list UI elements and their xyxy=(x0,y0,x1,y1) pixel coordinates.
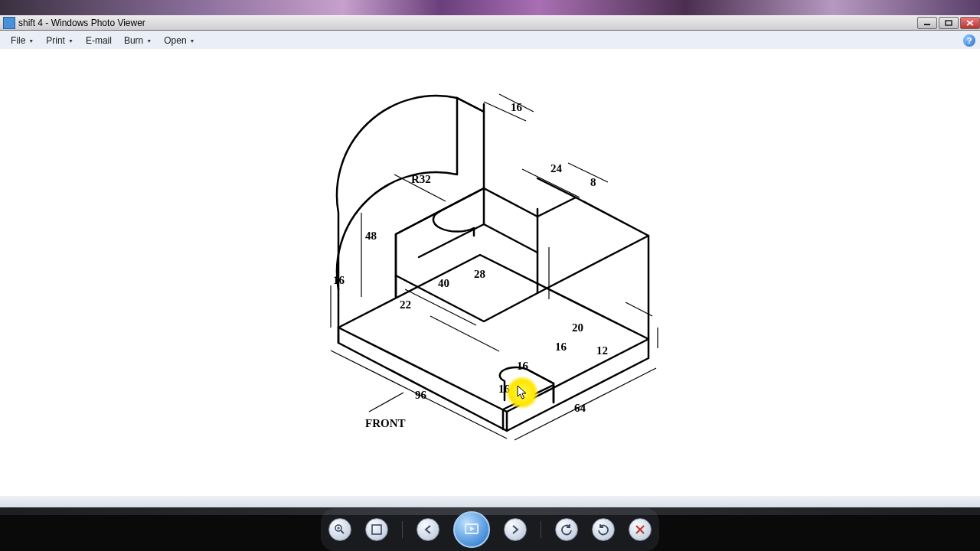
svg-line-9 xyxy=(457,98,484,112)
svg-line-17 xyxy=(537,178,576,197)
viewer-footer-strip xyxy=(0,496,980,507)
menu-print[interactable]: Print▼ xyxy=(40,33,80,48)
menu-bar: File▼ Print▼ E-mail Burn▼ Open▼ ? xyxy=(0,31,980,51)
chevron-down-icon: ▼ xyxy=(190,38,195,44)
svg-line-13 xyxy=(484,224,537,253)
bottom-region xyxy=(0,496,980,551)
background-desktop-strip xyxy=(0,0,980,15)
close-button[interactable] xyxy=(960,17,980,29)
menu-burn-label: Burn xyxy=(124,35,143,46)
minimize-button[interactable] xyxy=(917,17,937,29)
next-button[interactable] xyxy=(504,518,527,541)
letterbox-bar xyxy=(0,507,980,551)
minimize-icon xyxy=(923,20,931,26)
dim-64: 64 xyxy=(574,402,586,414)
svg-line-21 xyxy=(568,163,608,182)
previous-button[interactable] xyxy=(416,518,439,541)
image-viewport: 16 R32 24 8 48 16 40 28 22 20 16 16 12 1… xyxy=(0,49,980,496)
menu-email-label: E-mail xyxy=(86,35,112,46)
menu-file-label: File xyxy=(11,35,25,46)
chevron-down-icon: ▼ xyxy=(146,38,152,44)
viewer-toolbar xyxy=(321,508,659,551)
dim-12: 12 xyxy=(596,344,608,357)
arrow-left-icon xyxy=(423,524,433,535)
front-label: FRONT xyxy=(365,417,406,429)
play-icon xyxy=(463,521,480,538)
slideshow-button[interactable] xyxy=(453,511,490,548)
dim-8: 8 xyxy=(590,176,596,188)
maximize-button[interactable] xyxy=(939,17,959,29)
menu-email[interactable]: E-mail xyxy=(80,33,118,48)
maximize-icon xyxy=(945,20,952,26)
rotate-cw-icon xyxy=(597,523,609,536)
menu-open[interactable]: Open▼ xyxy=(158,33,201,48)
displayed-image: 16 R32 24 8 48 16 40 28 22 20 16 16 12 1… xyxy=(304,86,676,458)
rotate-ccw-button[interactable] xyxy=(555,518,578,541)
help-icon[interactable]: ? xyxy=(963,34,975,47)
window-titlebar: shift 4 - Windows Photo Viewer xyxy=(0,15,980,31)
rotate-cw-button[interactable] xyxy=(592,518,615,541)
svg-line-24 xyxy=(405,289,476,325)
dim-24: 24 xyxy=(550,162,563,174)
dim-22: 22 xyxy=(400,298,411,311)
arrow-right-icon xyxy=(510,524,521,535)
svg-line-25 xyxy=(430,316,499,351)
dim-16-slot-l: 16 xyxy=(517,360,529,372)
dim-16-left: 16 xyxy=(333,274,345,286)
delete-button[interactable] xyxy=(629,518,652,541)
menu-print-label: Print xyxy=(46,35,65,46)
chevron-down-icon: ▼ xyxy=(28,38,34,44)
dim-96: 96 xyxy=(415,389,427,401)
menu-burn[interactable]: Burn▼ xyxy=(118,33,158,48)
svg-rect-37 xyxy=(372,525,381,534)
dim-28: 28 xyxy=(474,268,485,280)
svg-line-34 xyxy=(341,530,344,533)
dim-48: 48 xyxy=(365,230,377,242)
dim-40: 40 xyxy=(438,277,449,289)
actual-size-button[interactable] xyxy=(365,518,388,541)
menu-file[interactable]: File▼ xyxy=(5,33,40,48)
window-title: shift 4 - Windows Photo Viewer xyxy=(18,18,145,28)
chevron-down-icon: ▼ xyxy=(68,38,74,44)
menu-open-label: Open xyxy=(164,35,186,46)
svg-line-32 xyxy=(369,393,403,412)
dim-16-top: 16 xyxy=(511,101,523,113)
fit-icon xyxy=(371,524,382,535)
delete-icon xyxy=(635,524,645,535)
technical-drawing: 16 R32 24 8 48 16 40 28 22 20 16 16 12 1… xyxy=(304,86,676,458)
dim-20: 20 xyxy=(572,321,583,334)
app-icon xyxy=(3,17,15,29)
dim-r32: R32 xyxy=(411,173,431,185)
cursor-highlight xyxy=(506,377,538,409)
zoom-button[interactable] xyxy=(328,518,351,541)
magnifier-icon xyxy=(334,523,346,536)
close-icon xyxy=(966,20,974,26)
svg-rect-1 xyxy=(946,21,952,25)
dim-16-slot-r: 16 xyxy=(555,341,567,353)
rotate-ccw-icon xyxy=(560,523,573,536)
